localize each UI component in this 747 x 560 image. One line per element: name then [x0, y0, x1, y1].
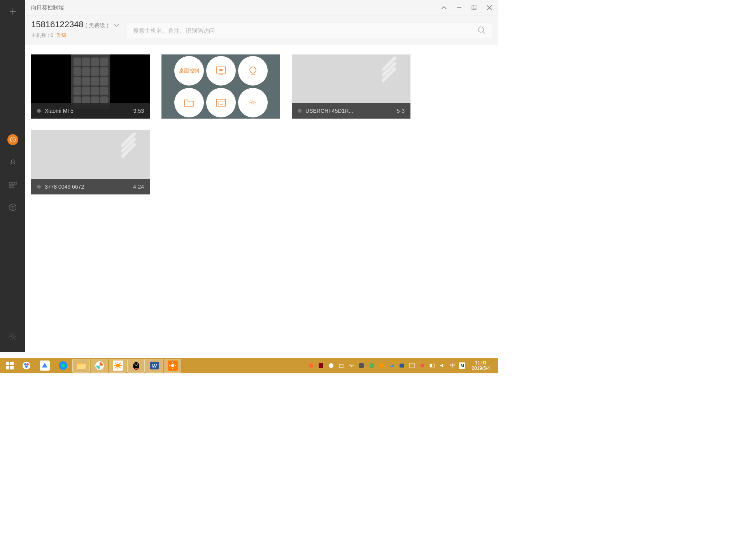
- camera-button[interactable]: [238, 56, 268, 86]
- svg-point-34: [134, 362, 139, 367]
- svg-point-44: [329, 363, 333, 368]
- svg-rect-9: [473, 5, 477, 9]
- desktop-control-button[interactable]: 桌面控制: [174, 56, 204, 86]
- content: Xiaomi MI 5 9:53 桌面控制: [25, 45, 498, 352]
- svg-point-32: [116, 364, 120, 368]
- card-time: 5-3: [397, 108, 405, 114]
- tray-icon[interactable]: [398, 362, 405, 369]
- offline-stripes-icon: [379, 62, 399, 79]
- tray-icon[interactable]: [348, 362, 355, 369]
- search-input[interactable]: [133, 27, 477, 34]
- tray-icon[interactable]: [429, 362, 436, 369]
- taskbar-clock[interactable]: 11:01 2019/5/4: [468, 360, 493, 371]
- tray-icon[interactable]: [358, 362, 365, 369]
- tray-icon[interactable]: [307, 362, 314, 369]
- taskbar-app-sunflower[interactable]: [109, 359, 126, 373]
- svg-rect-5: [9, 186, 11, 187]
- taskbar-app-word[interactable]: W: [146, 359, 163, 373]
- tray-icon[interactable]: [317, 362, 324, 369]
- minimize-button[interactable]: [456, 5, 462, 10]
- app-window: 向日葵控制端 15816122348 ( 免费级 ) 主机数 : 6 升级: [0, 0, 498, 352]
- sidebar-grid-icon[interactable]: [7, 179, 18, 190]
- host-count: 主机数 : 6: [31, 32, 53, 39]
- phone-thumbnail: [71, 54, 110, 109]
- svg-rect-2: [9, 182, 11, 184]
- svg-rect-50: [410, 363, 414, 368]
- taskbar-app-3[interactable]: [54, 359, 72, 373]
- card-name: 3778 0049 6672: [45, 184, 133, 190]
- card-footer: Xiaomi MI 5 9:53: [31, 103, 150, 119]
- taskbar-app-explorer[interactable]: [72, 359, 90, 373]
- taskbar-app-1[interactable]: [18, 359, 35, 373]
- view-button[interactable]: [206, 56, 236, 86]
- tray-icon[interactable]: [419, 362, 426, 369]
- host-card-3778[interactable]: 3778 0049 6672 4-24: [31, 130, 150, 194]
- status-dot: [37, 185, 41, 189]
- svg-rect-29: [77, 362, 81, 364]
- tray-icon[interactable]: [338, 362, 345, 369]
- svg-rect-53: [430, 364, 432, 367]
- account-level: ( 免费级 ): [86, 22, 109, 29]
- svg-text:W: W: [152, 363, 157, 369]
- taskbar-app-qq[interactable]: [127, 359, 145, 373]
- taskbar-app-browser[interactable]: [91, 359, 108, 373]
- svg-point-23: [26, 363, 29, 366]
- search-bar: [127, 23, 492, 38]
- card-footer: USERCHI-45D1R... 5-3: [292, 103, 410, 119]
- status-dot: [298, 109, 302, 113]
- sidebar-recent-icon[interactable]: [7, 134, 18, 145]
- card-footer: 3778 0049 6672 4-24: [31, 179, 150, 194]
- control-panel-card: 桌面控制: [161, 54, 280, 119]
- svg-point-7: [12, 336, 14, 338]
- taskbar: W 中 M 11:01 2019/5/4: [0, 358, 498, 373]
- tray-m[interactable]: M: [459, 362, 465, 369]
- tray-volume-icon[interactable]: [439, 362, 446, 369]
- tray-icon[interactable]: [409, 362, 416, 369]
- search-icon[interactable]: [477, 26, 486, 35]
- svg-rect-49: [400, 364, 404, 368]
- close-button[interactable]: [487, 5, 492, 10]
- start-button[interactable]: [2, 358, 18, 373]
- taskbar-app-sunlogin[interactable]: [164, 359, 181, 373]
- account-dropdown[interactable]: [114, 23, 119, 27]
- taskbar-app-2[interactable]: [36, 359, 53, 373]
- tray-icon[interactable]: [378, 362, 385, 369]
- svg-rect-17: [6, 362, 9, 365]
- file-button[interactable]: [174, 88, 204, 117]
- tray-icon[interactable]: [388, 362, 395, 369]
- svg-rect-19: [6, 366, 9, 369]
- taskbar-apps: W: [18, 359, 181, 373]
- card-time: 9:53: [133, 108, 144, 114]
- host-card-userchi[interactable]: USERCHI-45D1R... 5-3: [292, 54, 410, 119]
- svg-rect-45: [339, 364, 343, 368]
- tray-ime[interactable]: 中: [449, 362, 456, 369]
- card-name: USERCHI-45D1R...: [305, 108, 397, 114]
- titlebar: 向日葵控制端: [25, 0, 498, 16]
- svg-point-10: [478, 27, 484, 32]
- svg-point-37: [135, 365, 137, 366]
- svg-point-27: [61, 364, 65, 368]
- sidebar-cube-icon[interactable]: [7, 202, 18, 213]
- header: 15816122348 ( 免费级 ) 主机数 : 6 升级: [25, 16, 498, 45]
- svg-point-48: [379, 363, 384, 368]
- svg-rect-51: [421, 364, 424, 367]
- add-button[interactable]: [7, 6, 19, 18]
- svg-point-47: [369, 363, 374, 368]
- upgrade-link[interactable]: 升级: [56, 32, 67, 39]
- svg-point-16: [251, 101, 254, 104]
- tray-icon[interactable]: [328, 362, 335, 369]
- svg-point-22: [24, 363, 26, 366]
- host-card-xiaomi[interactable]: Xiaomi MI 5 9:53: [31, 54, 150, 119]
- tray-icon[interactable]: [368, 362, 375, 369]
- account-block: 15816122348 ( 免费级 ) 主机数 : 6 升级: [31, 19, 119, 39]
- svg-point-13: [250, 67, 256, 73]
- collapse-button[interactable]: [441, 6, 447, 10]
- terminal-button[interactable]: [206, 88, 236, 117]
- svg-point-24: [25, 366, 28, 368]
- settings-icon[interactable]: [7, 331, 18, 342]
- sidebar-discover-icon[interactable]: [7, 157, 18, 168]
- maximize-button[interactable]: [472, 5, 477, 10]
- svg-rect-20: [10, 366, 14, 369]
- svg-point-12: [220, 69, 222, 71]
- settings-control-button[interactable]: [238, 88, 268, 117]
